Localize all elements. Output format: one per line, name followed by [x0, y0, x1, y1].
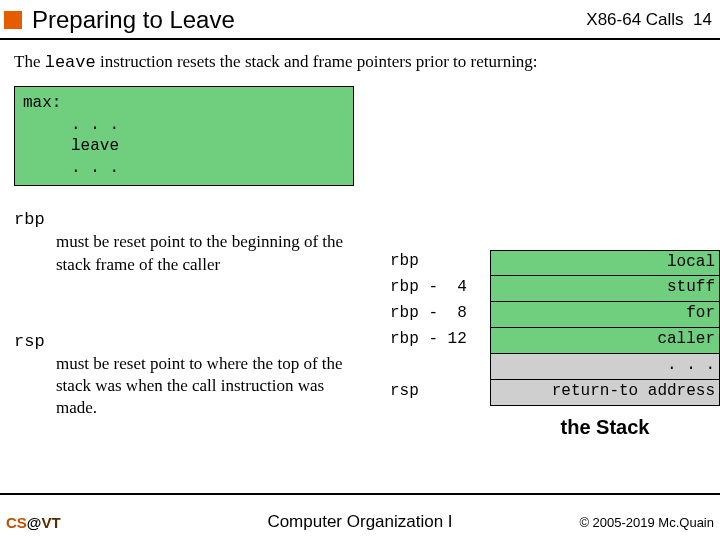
stack-caption: the Stack	[390, 416, 720, 439]
footer-cs: CS	[6, 514, 27, 531]
stack-row: . . .	[390, 354, 720, 380]
stack-cell: local	[490, 250, 720, 276]
footer-right: © 2005-2019 Mc.Quain	[579, 515, 714, 530]
stack-diagram: rbplocalrbp - 4stuffrbp - 8forrbp - 12ca…	[390, 250, 720, 439]
slide-pagenum: 14	[693, 10, 712, 29]
stack-offset-label: rsp	[390, 380, 490, 406]
footer-vt: VT	[41, 514, 60, 531]
rbp-paragraph: rbp must be reset point to the beginning…	[14, 208, 344, 275]
stack-cell: caller	[490, 328, 720, 354]
intro-pre: The	[14, 52, 45, 71]
stack-row: rbp - 4stuff	[390, 276, 720, 302]
intro-code: leave	[45, 53, 96, 72]
intro-post: instruction resets the stack and frame p…	[96, 52, 538, 71]
slide-title: Preparing to Leave	[32, 6, 586, 34]
rbp-text: must be reset point to the beginning of …	[14, 231, 344, 275]
header-bullet-icon	[4, 11, 22, 29]
rsp-paragraph: rsp must be reset point to where the top…	[14, 330, 344, 419]
stack-cell: return-to address	[490, 380, 720, 406]
stack-cell: stuff	[490, 276, 720, 302]
stack-offset-label: rbp	[390, 250, 490, 276]
rsp-register: rsp	[14, 332, 45, 351]
code-block: max: . . . leave . . .	[14, 86, 354, 186]
stack-offset-label: rbp - 4	[390, 276, 490, 302]
intro-text: The leave instruction resets the stack a…	[14, 52, 706, 72]
footer-left: CS@VT	[6, 514, 61, 531]
stack-row: rspreturn-to address	[390, 380, 720, 406]
stack-row: rbplocal	[390, 250, 720, 276]
stack-row: rbp - 8for	[390, 302, 720, 328]
stack-offset-label: rbp - 8	[390, 302, 490, 328]
slide-topic-pagenum: X86-64 Calls 14	[586, 10, 712, 30]
slide-footer: CS@VT Computer Organization I © 2005-201…	[0, 504, 720, 540]
stack-cell: for	[490, 302, 720, 328]
stack-row: rbp - 12caller	[390, 328, 720, 354]
slide-body: The leave instruction resets the stack a…	[0, 40, 720, 495]
rsp-text: must be reset point to where the top of …	[14, 353, 344, 419]
stack-offset-label: rbp - 12	[390, 328, 490, 354]
slide-topic: X86-64 Calls	[586, 10, 683, 29]
stack-offset-label	[390, 354, 490, 380]
slide-header: Preparing to Leave X86-64 Calls 14	[0, 0, 720, 40]
footer-at: @	[27, 514, 42, 531]
rbp-register: rbp	[14, 210, 45, 229]
stack-cell: . . .	[490, 354, 720, 380]
